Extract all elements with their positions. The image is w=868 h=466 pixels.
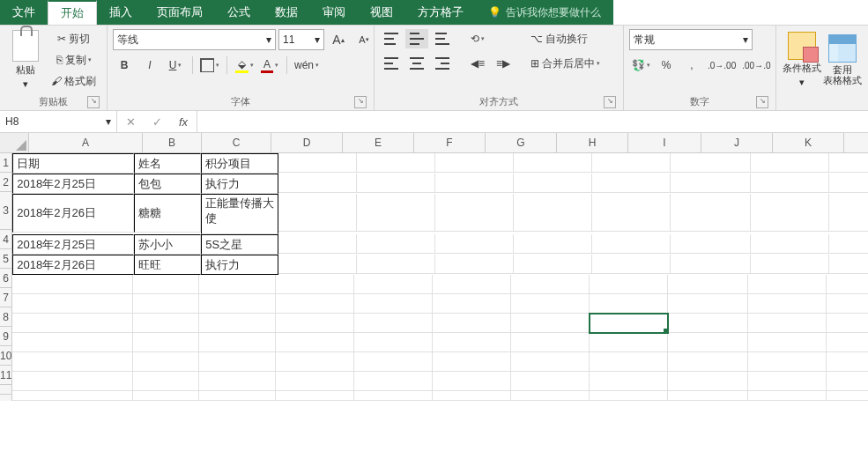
tab-start[interactable]: 开始 [48, 0, 97, 25]
cell-K11[interactable] [827, 372, 868, 391]
cell-E3[interactable] [357, 194, 435, 232]
formula-confirm-button[interactable]: ✓ [144, 115, 170, 129]
font-color-button[interactable]: A▾ [258, 55, 281, 75]
cell-H8[interactable] [590, 314, 668, 333]
align-left-button[interactable] [380, 54, 403, 73]
name-box[interactable]: H8▾ [0, 111, 117, 132]
cell-F8[interactable] [433, 314, 511, 333]
cell-D11[interactable] [276, 372, 354, 391]
cell-G10[interactable] [511, 352, 590, 372]
cell-I1[interactable] [671, 153, 751, 173]
cell-A4[interactable]: 2018年2月25日 [12, 234, 134, 255]
cell-K9[interactable] [827, 333, 868, 352]
tab-data[interactable]: 数据 [263, 0, 310, 25]
cell-K1[interactable] [829, 153, 868, 173]
select-all-corner[interactable] [0, 133, 29, 152]
cell-H11[interactable] [590, 372, 668, 391]
column-header-G[interactable]: G [486, 133, 557, 152]
cell-E8[interactable] [354, 314, 433, 333]
cell-B9[interactable] [133, 333, 199, 352]
cell-G5[interactable] [514, 255, 592, 274]
cell-H10[interactable] [590, 352, 668, 372]
cell-I6[interactable] [668, 275, 748, 294]
clipboard-dialog-launcher[interactable]: ↘ [87, 96, 100, 108]
column-header-D[interactable]: D [271, 133, 343, 152]
align-center-button[interactable] [405, 54, 428, 73]
column-header-E[interactable]: E [343, 133, 414, 152]
cell-B11[interactable] [133, 372, 199, 391]
cell-H4[interactable] [592, 234, 671, 254]
row-header-6[interactable]: 6 [0, 269, 11, 288]
row-header-4[interactable]: 4 [0, 230, 11, 249]
cell-E1[interactable] [357, 153, 435, 173]
decrease-decimal-button[interactable]: .00→.0 [740, 55, 772, 75]
column-header-J[interactable]: J [701, 133, 773, 152]
cell-D4[interactable] [278, 234, 357, 254]
wrap-text-button[interactable]: ⌥ 自动换行 [529, 29, 629, 48]
cell-C10[interactable] [199, 352, 276, 372]
increase-decimal-button[interactable]: .0→.00 [706, 55, 738, 75]
cell-B2[interactable]: 包包 [134, 174, 201, 194]
underline-button[interactable]: U▾ [164, 55, 187, 75]
cell-D2[interactable] [278, 174, 357, 193]
cell-A7[interactable] [12, 294, 133, 314]
cell-E6[interactable] [354, 275, 433, 294]
align-right-button[interactable] [431, 54, 454, 73]
cell-C2[interactable]: 执行力 [201, 174, 278, 194]
tell-me[interactable]: 💡告诉我你想要做什么 [476, 0, 613, 25]
tab-view[interactable]: 视图 [358, 0, 405, 25]
row-header-3[interactable]: 3 [0, 192, 11, 230]
formula-input[interactable] [197, 111, 868, 132]
cell-E2[interactable] [357, 174, 435, 193]
cell-J4[interactable] [751, 234, 829, 254]
column-header-F[interactable]: F [414, 133, 486, 152]
font-dialog-launcher[interactable]: ↘ [354, 96, 367, 108]
cell-F2[interactable] [435, 174, 514, 193]
italic-button[interactable]: I [138, 55, 161, 75]
cell-B4[interactable]: 苏小小 [134, 234, 201, 255]
cell-J7[interactable] [748, 294, 827, 314]
tab-file[interactable]: 文件 [0, 0, 48, 25]
font-name-combo[interactable]: 等线▾ [113, 29, 276, 50]
cell-I11[interactable] [668, 372, 748, 391]
cell-I8[interactable] [668, 314, 748, 333]
cell-B7[interactable] [133, 294, 199, 314]
cell-I4[interactable] [671, 234, 751, 254]
cell-C7[interactable] [199, 294, 276, 314]
cell-G1[interactable] [514, 153, 592, 173]
cell-A6[interactable] [12, 275, 133, 294]
cell-C4[interactable]: 5S之星 [201, 234, 278, 255]
cell-E11[interactable] [354, 372, 433, 391]
cell-J10[interactable] [748, 352, 827, 372]
cell-E9[interactable] [354, 333, 433, 352]
increase-indent-button[interactable]: ≡▶ [492, 54, 515, 73]
cell-F3[interactable] [435, 194, 514, 232]
cell-B3[interactable]: 糖糖 [134, 194, 201, 233]
row-header-7[interactable]: 7 [0, 288, 11, 307]
cell-I3[interactable] [671, 194, 751, 232]
cell-D3[interactable] [278, 194, 357, 232]
cell-F7[interactable] [433, 294, 511, 314]
number-format-combo[interactable]: 常规▾ [629, 29, 753, 50]
cell-K2[interactable] [829, 174, 868, 193]
cell-J1[interactable] [751, 153, 829, 173]
cell-G11[interactable] [511, 372, 590, 391]
bold-button[interactable]: B [113, 55, 136, 75]
formula-cancel-button[interactable]: ✕ [117, 115, 144, 129]
column-header-I[interactable]: I [628, 133, 701, 152]
accounting-format-button[interactable]: 💱▾ [629, 55, 652, 75]
fill-color-button[interactable]: ⬙▾ [233, 55, 256, 75]
cell-J2[interactable] [751, 174, 829, 193]
align-dialog-launcher[interactable]: ↘ [604, 96, 616, 108]
cell-F10[interactable] [433, 352, 511, 372]
cell-B10[interactable] [133, 352, 199, 372]
orientation-button[interactable]: ⟲▾ [466, 29, 489, 48]
cell-K3[interactable] [829, 194, 868, 232]
cell-K4[interactable] [829, 234, 868, 254]
cell-J11[interactable] [748, 372, 827, 391]
cell-H2[interactable] [592, 174, 671, 193]
cell-J3[interactable] [751, 194, 829, 232]
cell-D1[interactable] [278, 153, 357, 173]
shrink-font-button[interactable]: A▾ [352, 30, 375, 49]
tab-insert[interactable]: 插入 [97, 0, 145, 25]
